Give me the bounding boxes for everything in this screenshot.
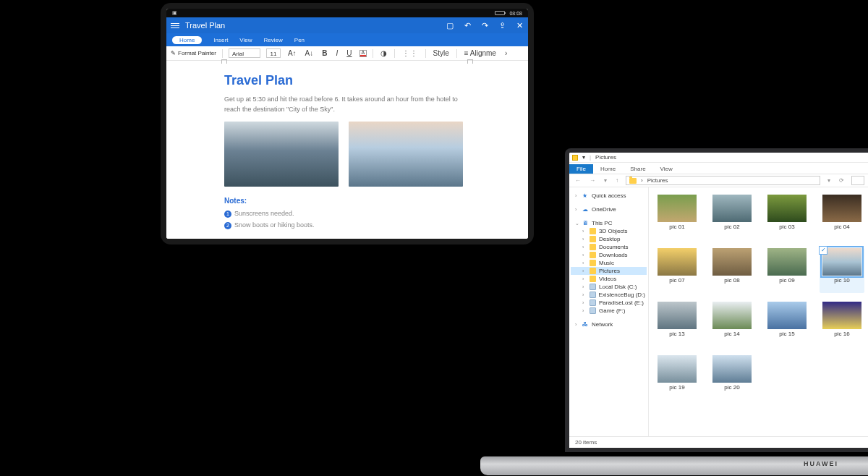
window-titlebar: ▾ | Pictures bbox=[569, 153, 868, 163]
nav-forward-icon[interactable]: → bbox=[588, 177, 597, 184]
tree-this-pc[interactable]: ⌄🖥This PC bbox=[571, 219, 647, 227]
underline-button[interactable]: U bbox=[345, 49, 353, 57]
thumb-caption: pic 07 bbox=[669, 277, 684, 284]
thumb-pic-08[interactable]: pic 08 bbox=[710, 248, 754, 293]
tree-3d-objects[interactable]: ›3D Objects bbox=[571, 227, 647, 235]
bullet-1-icon: 1 bbox=[224, 211, 231, 218]
highlight-button[interactable]: ◑ bbox=[379, 49, 388, 57]
doc-image-1[interactable] bbox=[224, 122, 339, 187]
breadcrumb-current[interactable]: Pictures bbox=[647, 177, 668, 184]
tree-d-drive[interactable]: ›ExistenceBug (D:) bbox=[571, 291, 647, 299]
thumb-pic-16[interactable]: pic 16 bbox=[820, 302, 864, 347]
nav-recent-icon[interactable]: ▾ bbox=[603, 177, 608, 184]
battery-icon bbox=[495, 11, 505, 15]
thumb-pic-09[interactable]: pic 09 bbox=[765, 248, 809, 293]
save-icon[interactable]: ▢ bbox=[446, 21, 454, 30]
bullets-button[interactable]: ⋮⋮ bbox=[401, 49, 420, 57]
status-camera-icon: ▣ bbox=[172, 10, 177, 16]
tab-review[interactable]: Review bbox=[264, 37, 283, 43]
doc-image-2[interactable] bbox=[349, 122, 463, 187]
thumb-pic-07[interactable]: pic 07 bbox=[655, 248, 699, 293]
thumb-pic-19[interactable]: pic 19 bbox=[655, 355, 699, 400]
nav-up-icon[interactable]: ↑ bbox=[614, 177, 620, 184]
tree-label: Pictures bbox=[599, 268, 620, 274]
tree-videos[interactable]: ›Videos bbox=[571, 275, 647, 283]
ruler-indent-left[interactable] bbox=[221, 59, 227, 64]
quick-access-bar-icon[interactable]: ▾ bbox=[582, 154, 585, 161]
laptop-device-frame: ▾ | Pictures File Home Share View ← → ▾ … bbox=[565, 148, 868, 452]
ribbon-tabs: Home Insert View Review Pen bbox=[166, 33, 528, 46]
share-icon[interactable]: ⇪ bbox=[498, 21, 506, 30]
tree-label: Videos bbox=[599, 276, 616, 282]
tab-pen[interactable]: Pen bbox=[294, 37, 305, 43]
folder-icon bbox=[590, 244, 596, 250]
tree-music[interactable]: ›Music bbox=[571, 259, 647, 267]
font-family-select[interactable]: Arial bbox=[229, 48, 260, 58]
tree-label: ExistenceBug (D:) bbox=[599, 292, 645, 298]
thumb-pic-04[interactable]: pic 04 bbox=[820, 195, 864, 239]
window-title: Pictures bbox=[595, 154, 616, 161]
style-dropdown[interactable]: Style bbox=[432, 49, 451, 57]
app-title: Travel Plan bbox=[185, 21, 446, 30]
thumb-pic-13[interactable]: pic 13 bbox=[655, 302, 699, 347]
ruler-indent-right[interactable] bbox=[467, 59, 473, 64]
note-2-text: Snow boots or hiking boots. bbox=[234, 221, 315, 229]
font-size-select[interactable]: 11 bbox=[266, 48, 281, 58]
tree-onedrive[interactable]: ›☁OneDrive bbox=[571, 205, 647, 213]
address-dropdown-icon[interactable]: ▾ bbox=[826, 177, 832, 184]
drive-icon bbox=[590, 299, 596, 306]
refresh-icon[interactable]: ⟳ bbox=[838, 177, 846, 184]
tree-network[interactable]: ›🖧Network bbox=[571, 320, 647, 328]
app-titlebar: Travel Plan ▢ ↶ ↷ ⇪ ✕ bbox=[166, 17, 528, 33]
ribbon-share[interactable]: Share bbox=[623, 164, 652, 174]
document-page[interactable]: Travel Plan Get up at 5:30 and hit the r… bbox=[166, 61, 528, 239]
tab-insert[interactable]: Insert bbox=[213, 37, 228, 43]
increase-font-button[interactable]: A↑ bbox=[286, 49, 298, 57]
font-color-button[interactable] bbox=[359, 50, 367, 57]
cloud-icon: ☁ bbox=[582, 206, 589, 213]
address-bar[interactable]: › Pictures bbox=[626, 176, 820, 185]
ribbon-file[interactable]: File bbox=[569, 164, 593, 174]
doc-heading: Travel Plan bbox=[224, 71, 470, 90]
formatting-toolbar: ✎ Format Painter Arial 11 A↑ A↓ B I U ◑ … bbox=[166, 46, 528, 61]
tree-quick-access[interactable]: ›★Quick access bbox=[571, 192, 647, 200]
thumb-pic-14[interactable]: pic 14 bbox=[710, 302, 754, 347]
close-icon[interactable]: ✕ bbox=[515, 21, 524, 30]
menu-icon[interactable] bbox=[171, 23, 179, 28]
tree-e-drive[interactable]: ›ParadiseLost (E:) bbox=[571, 299, 647, 307]
tree-downloads[interactable]: ›Downloads bbox=[571, 251, 647, 259]
italic-button[interactable]: I bbox=[334, 49, 339, 57]
ribbon-view[interactable]: View bbox=[653, 164, 680, 174]
undo-icon[interactable]: ↶ bbox=[463, 21, 472, 30]
tree-pictures[interactable]: ›Pictures bbox=[571, 267, 647, 275]
nav-back-icon[interactable]: ← bbox=[574, 177, 582, 184]
tree-label: Local Disk (C:) bbox=[599, 284, 637, 290]
thumb-pic-03[interactable]: pic 03 bbox=[765, 195, 809, 239]
drive-icon bbox=[590, 284, 596, 290]
thumb-pic-15[interactable]: pic 15 bbox=[765, 302, 809, 347]
thumb-pic-02[interactable]: pic 02 bbox=[710, 195, 754, 239]
note-line-2: 2Snow boots or hiking boots. bbox=[224, 221, 470, 231]
tree-label: Desktop bbox=[599, 236, 620, 242]
folder-icon bbox=[590, 260, 596, 266]
search-input[interactable] bbox=[851, 176, 864, 185]
thumb-pic-20[interactable]: pic 20 bbox=[710, 355, 754, 400]
bold-button[interactable]: B bbox=[320, 49, 328, 57]
ribbon-home[interactable]: Home bbox=[593, 164, 623, 174]
toolbar-overflow-icon[interactable]: › bbox=[503, 49, 509, 57]
thumb-pic-10[interactable]: pic 10 bbox=[820, 248, 864, 293]
tree-c-drive[interactable]: ›Local Disk (C:) bbox=[571, 283, 647, 291]
tree-documents[interactable]: ›Documents bbox=[571, 243, 647, 251]
redo-icon[interactable]: ↷ bbox=[480, 21, 489, 30]
thumb-caption: pic 14 bbox=[724, 331, 739, 337]
tree-f-drive[interactable]: ›Game (F:) bbox=[571, 307, 647, 315]
thumb-pic-01[interactable]: pic 01 bbox=[655, 195, 699, 239]
status-time: 08:08 bbox=[509, 11, 522, 16]
address-bar-row: ← → ▾ ↑ › Pictures ▾ ⟳ bbox=[569, 174, 868, 187]
tab-view[interactable]: View bbox=[239, 37, 252, 43]
decrease-font-button[interactable]: A↓ bbox=[304, 49, 315, 57]
tree-desktop[interactable]: ›Desktop bbox=[571, 235, 647, 243]
alignment-dropdown[interactable]: ≡ Alignme bbox=[463, 49, 498, 57]
tab-home[interactable]: Home bbox=[172, 36, 202, 44]
format-painter-button[interactable]: ✎ Format Painter bbox=[171, 50, 216, 56]
